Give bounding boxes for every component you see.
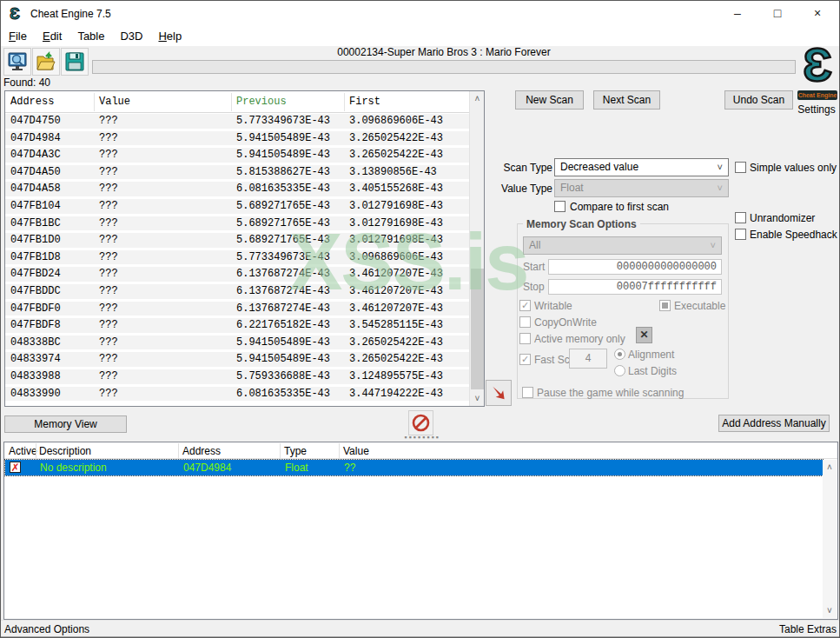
menu-item-help[interactable]: Help (150, 27, 189, 46)
found-row[interactable]: 047FBDDC???6.137687274E-433.461207207E-4… (5, 284, 469, 302)
unrandomizer-checkbox[interactable] (735, 212, 746, 223)
found-row[interactable]: 04833988???5.759336688E-433.124895575E-4… (5, 369, 469, 387)
open-file-button[interactable] (32, 48, 60, 76)
address-cell: 048338BC (10, 336, 61, 349)
found-list-scrollbar[interactable]: ˄ ˅ (469, 91, 484, 406)
column-separator[interactable] (339, 443, 340, 458)
found-row[interactable]: 04833974???5.941505489E-433.265025422E-4… (5, 352, 469, 369)
column-header-description[interactable]: Description (39, 445, 91, 457)
splitter-handle[interactable]: ▪▪▪▪▪▪▪▪ (402, 435, 442, 440)
cheat-table-row-selected[interactable]: ✗No description047D4984Float?? (5, 460, 823, 475)
value-cell: ??? (99, 318, 118, 332)
fast-scan-value-input[interactable]: 4 (569, 349, 607, 369)
column-separator[interactable] (94, 93, 95, 111)
scroll-down-icon[interactable]: ˅ (470, 391, 485, 406)
value-type-dropdown[interactable]: Float ˅ (554, 179, 729, 197)
settings-link[interactable]: Settings (793, 103, 840, 116)
active-checkbox[interactable]: ✗ (10, 462, 21, 473)
new-scan-button[interactable]: New Scan (515, 90, 584, 110)
select-process-button[interactable] (3, 48, 31, 76)
menu-item-d3d[interactable]: D3D (112, 27, 150, 46)
writable-checkbox[interactable]: ✓ (519, 300, 531, 311)
address-cell: 047D4A3C (10, 148, 61, 162)
scroll-up-icon[interactable]: ˄ (823, 460, 837, 475)
close-button[interactable]: × (800, 1, 835, 25)
column-header-type[interactable]: Type (284, 445, 307, 457)
next-scan-button[interactable]: Next Scan (593, 90, 660, 110)
add-address-manually-button[interactable]: Add Address Manually (718, 415, 830, 432)
column-header-address[interactable]: Address (182, 445, 221, 457)
cheat-table-scrollbar[interactable]: ˄ ˅ (823, 460, 837, 618)
scrollbar-thumb[interactable] (471, 269, 484, 389)
previous-cell: 5.815388627E-43 (236, 165, 330, 179)
column-separator[interactable] (344, 93, 345, 111)
found-row[interactable]: 047FB1D8???5.773349673E-433.096869606E-4… (5, 250, 469, 268)
column-header-value[interactable]: Value (99, 96, 130, 108)
found-row[interactable]: 047FBD24???6.137687274E-433.461207207E-4… (5, 267, 469, 284)
copyonwrite-checkbox[interactable] (519, 316, 531, 328)
found-address-list: Address Value Previous First 047D4750???… (4, 90, 485, 407)
active-memory-label: Active memory only (534, 333, 625, 345)
found-row[interactable]: 047FBDF8???6.221765182E-433.545285115E-4… (5, 318, 469, 336)
scan-type-dropdown[interactable]: Decreased value ˅ (554, 158, 729, 176)
column-separator[interactable] (178, 443, 179, 458)
active-memory-checkbox[interactable] (519, 333, 531, 344)
column-header-previous[interactable]: Previous (236, 96, 287, 108)
undo-scan-button[interactable]: Undo Scan (724, 90, 793, 110)
found-row[interactable]: 047FB1D0???5.689271765E-433.012791698E-4… (5, 233, 469, 250)
alignment-radio[interactable] (614, 349, 625, 360)
memory-region-dropdown[interactable]: All ˅ (523, 236, 722, 255)
menu-item-table[interactable]: Table (69, 27, 112, 46)
unrandomizer-label: Unrandomizer (750, 212, 815, 224)
found-row[interactable]: 047D4750???5.773349673E-433.096869606E-4… (5, 114, 469, 131)
address-cell: 047FBDDC (10, 284, 61, 298)
simple-values-checkbox[interactable] (735, 162, 746, 173)
column-header-active[interactable]: Active (9, 445, 37, 457)
column-separator[interactable] (36, 443, 36, 458)
column-header-address[interactable]: Address (10, 96, 54, 108)
found-row[interactable]: 048338BC???5.941505489E-433.265025422E-4… (5, 336, 469, 353)
save-file-button[interactable] (61, 48, 89, 76)
scroll-up-icon[interactable]: ˄ (470, 91, 485, 106)
last-digits-radio[interactable] (614, 365, 625, 376)
found-row[interactable]: 047D4984???5.941505489E-433.265025422E-4… (5, 131, 469, 149)
found-row[interactable]: 047D4A3C???5.941505489E-433.265025422E-4… (5, 148, 469, 165)
clear-region-button[interactable]: ✕ (636, 327, 652, 343)
found-row[interactable]: 047FBDF0???6.137687274E-433.461207207E-4… (5, 302, 469, 319)
column-header-value[interactable]: Value (343, 445, 369, 457)
address-cell: 047FBD24 (10, 267, 61, 281)
red-arrow-icon (490, 392, 507, 404)
found-row[interactable]: 047FB104???5.689271765E-433.012791698E-4… (5, 199, 469, 216)
start-address-input[interactable]: 0000000000000000 (548, 259, 722, 275)
maximize-button[interactable]: □ (760, 1, 795, 25)
column-separator[interactable] (280, 443, 281, 458)
scan-type-label: Scan Type (487, 162, 552, 174)
fast-scan-checkbox[interactable]: ✓ (519, 354, 531, 365)
column-header-first[interactable]: First (349, 96, 380, 108)
menu-item-file[interactable]: File (1, 27, 35, 46)
add-selected-to-list-button[interactable] (486, 380, 512, 406)
cheat-table-header: Active Description Address Type Value (4, 442, 837, 459)
enable-speedhack-checkbox[interactable] (735, 229, 746, 240)
memory-view-button[interactable]: Memory View (4, 415, 127, 433)
found-row[interactable]: 04833990???6.081635335E-433.447194222E-4… (5, 387, 469, 404)
pause-game-checkbox[interactable] (522, 387, 533, 398)
compare-first-scan-checkbox[interactable] (554, 201, 566, 212)
minimize-button[interactable]: – (720, 1, 755, 25)
found-row[interactable]: 047FB1BC???5.689271765E-433.012791698E-4… (5, 216, 469, 234)
stop-address-input[interactable]: 00007fffffffffff (548, 279, 722, 295)
memory-region-value: All (529, 239, 540, 251)
cheat-table: Active Description Address Type Value ✗N… (3, 442, 838, 620)
first-cell: 3.461207207E-43 (349, 284, 443, 298)
found-row[interactable]: 047D4A58???6.081635335E-433.405155268E-4… (5, 182, 469, 199)
executable-checkbox[interactable] (659, 300, 671, 311)
found-row[interactable]: 047D4A50???5.815388627E-433.13890856E-43 (5, 165, 469, 183)
column-separator[interactable] (231, 93, 232, 111)
first-cell: 3.405155268E-43 (349, 182, 443, 196)
table-extras-link[interactable]: Table Extras (779, 623, 837, 635)
stop-button[interactable] (408, 410, 433, 435)
advanced-options-link[interactable]: Advanced Options (4, 623, 89, 635)
scroll-down-icon[interactable]: ˅ (823, 603, 837, 618)
menu-item-edit[interactable]: Edit (35, 27, 69, 46)
previous-cell: 5.773349673E-43 (236, 114, 330, 128)
